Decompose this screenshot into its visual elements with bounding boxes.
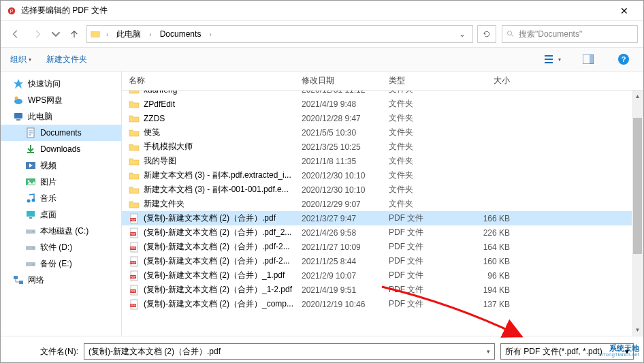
- sidebar-item[interactable]: 视频: [1, 157, 121, 174]
- breadcrumb-pc[interactable]: 此电脑: [114, 27, 144, 42]
- pdf-icon: PDF: [129, 285, 140, 296]
- file-row[interactable]: 我的导图2021/1/8 11:35文件夹: [122, 154, 643, 168]
- sidebar-item[interactable]: 网络: [1, 272, 121, 288]
- file-row[interactable]: 新建文本文档 (3) - 副本.pdf.extracted_i...2020/1…: [122, 168, 643, 183]
- svg-rect-6: [545, 62, 553, 63]
- file-name: (复制)-新建文本文档 (2)（合并）.pdf-2...: [144, 241, 302, 253]
- breadcrumb[interactable]: › 此电脑 › Documents › ⌄: [86, 25, 473, 43]
- help-button[interactable]: ?: [613, 51, 634, 67]
- scrollbar[interactable]: ▲ ▼: [632, 91, 643, 336]
- svg-point-22: [33, 231, 34, 232]
- file-row[interactable]: 新建文件夹2020/12/29 9:07文件夹: [122, 197, 643, 211]
- sidebar-item[interactable]: 音乐: [1, 190, 121, 206]
- organize-menu[interactable]: 组织▾: [10, 54, 31, 65]
- breadcrumb-documents[interactable]: Documents: [157, 28, 204, 40]
- sidebar-item[interactable]: Documents: [1, 125, 121, 141]
- sidebar-item[interactable]: Downloads: [1, 141, 121, 157]
- file-size: 166 KB: [462, 214, 524, 223]
- sidebar-item-label: 视频: [40, 160, 57, 172]
- chevron-down-icon[interactable]: ▾: [487, 348, 490, 355]
- chevron-right-icon[interactable]: ›: [146, 31, 154, 38]
- folder-icon: [129, 113, 140, 124]
- col-name[interactable]: 名称: [129, 75, 302, 86]
- chevron-right-icon[interactable]: ›: [206, 31, 214, 38]
- column-headers: 名称 修改日期 类型 大小: [122, 72, 643, 91]
- file-row[interactable]: PDF(复制)-新建文本文档 (2)（合并）.pdf_2...2021/4/26…: [122, 225, 643, 240]
- svg-text:PDF: PDF: [131, 247, 137, 250]
- file-row[interactable]: xuanfeng2020/12/31 11:12文件夹: [122, 91, 643, 97]
- sidebar-item[interactable]: WPS网盘: [1, 92, 121, 108]
- back-button[interactable]: [6, 25, 25, 44]
- file-name: xuanfeng: [144, 91, 302, 95]
- file-row[interactable]: PDF(复制)-新建文本文档 (2)（合并）.pdf2021/3/27 9:47…: [122, 211, 643, 225]
- drive-icon: [25, 258, 36, 269]
- preview-pane-button[interactable]: [578, 51, 598, 67]
- file-row[interactable]: PDF(复制)-新建文本文档 (2)（合并）_comp...2020/12/19…: [122, 297, 643, 311]
- forward-button[interactable]: [28, 25, 47, 44]
- filetype-filter[interactable]: 所有 PDF 文件(*.pdf, *.pdt) ▾: [500, 343, 634, 360]
- sidebar-item[interactable]: 本地磁盘 (C:): [1, 223, 121, 239]
- sidebar-item-label: 网络: [28, 274, 44, 286]
- chevron-right-icon[interactable]: ›: [103, 31, 111, 38]
- pc-icon: [13, 111, 24, 122]
- sidebar-item[interactable]: 桌面: [1, 206, 121, 223]
- toolbar: 组织▾ 新建文件夹 ▾ ?: [1, 47, 643, 72]
- file-name: 便笺: [144, 127, 302, 138]
- pdf-icon: PDF: [129, 270, 140, 281]
- file-row[interactable]: 便笺2021/5/5 10:30文件夹: [122, 125, 643, 140]
- file-row[interactable]: PDF(复制)-新建文本文档 (2)（合并）_1.pdf2021/2/9 10:…: [122, 268, 643, 283]
- file-name: (复制)-新建文本文档 (2)（合并）.pdf_2...: [144, 227, 302, 238]
- file-date: 2020/12/30 10:10: [302, 171, 389, 180]
- up-button[interactable]: [65, 25, 84, 44]
- file-row[interactable]: 手机模拟大师2021/3/25 10:25文件夹: [122, 140, 643, 154]
- scroll-down-icon[interactable]: ▼: [632, 324, 643, 336]
- file-row[interactable]: ZZDS2020/12/28 9:47文件夹: [122, 111, 643, 125]
- filename-input[interactable]: (复制)-新建文本文档 (2)（合并）.pdf ▾: [84, 343, 495, 360]
- col-type[interactable]: 类型: [389, 75, 462, 86]
- svg-point-24: [33, 247, 34, 249]
- sidebar: 快速访问WPS网盘此电脑DocumentsDownloads视频图片音乐桌面本地…: [1, 72, 122, 336]
- col-date[interactable]: 修改日期: [302, 75, 389, 86]
- file-size: 164 KB: [462, 242, 524, 252]
- file-date: 2020/12/30 10:10: [302, 185, 389, 195]
- close-button[interactable]: ✕: [611, 1, 638, 21]
- sidebar-item[interactable]: 备份 (E:): [1, 255, 121, 272]
- file-row[interactable]: 新建文本文档 (3) - 副本-001-001.pdf.e...2020/12/…: [122, 183, 643, 197]
- file-row[interactable]: PDF(复制)-新建文本文档 (2)（合并）_1-2.pdf2021/4/19 …: [122, 283, 643, 297]
- file-type: PDF 文件: [389, 212, 462, 224]
- svg-rect-13: [27, 152, 34, 153]
- chevron-down-icon[interactable]: ▾: [625, 347, 629, 356]
- window-title: 选择要编辑的 PDF 文件: [21, 5, 611, 16]
- file-row[interactable]: PDF(复制)-新建文本文档 (2)（合并）.pdf-2...2021/1/27…: [122, 240, 643, 254]
- col-size[interactable]: 大小: [462, 75, 524, 86]
- svg-rect-2: [91, 32, 99, 37]
- search-input[interactable]: 搜索"Documents": [502, 25, 638, 43]
- recent-dropdown[interactable]: [50, 25, 62, 44]
- file-row[interactable]: ZPdfEdit2021/4/19 9:48文件夹: [122, 97, 643, 111]
- file-date: 2021/4/19 9:48: [302, 99, 389, 109]
- file-type: 文件夹: [389, 155, 462, 167]
- scroll-up-icon[interactable]: ▲: [632, 91, 643, 102]
- file-date: 2020/12/19 10:46: [302, 300, 389, 309]
- address-dropdown[interactable]: ⌄: [455, 29, 470, 39]
- svg-rect-11: [16, 119, 20, 121]
- filename-value: (复制)-新建文本文档 (2)（合并）.pdf: [88, 346, 487, 358]
- sidebar-item[interactable]: 快速访问: [1, 76, 121, 92]
- sidebar-item-label: 本地磁盘 (C:): [40, 225, 88, 237]
- sidebar-item[interactable]: 图片: [1, 174, 121, 190]
- file-date: 2021/4/19 9:51: [302, 285, 389, 295]
- view-menu[interactable]: ▾: [543, 51, 563, 67]
- sidebar-item[interactable]: 此电脑: [1, 108, 121, 125]
- file-name: (复制)-新建文本文档 (2)（合并）.pdf: [144, 212, 302, 224]
- file-row[interactable]: PDF(复制)-新建文本文档 (2)（合并）.pdf-2...2021/1/25…: [122, 254, 643, 268]
- sidebar-item[interactable]: 软件 (D:): [1, 239, 121, 255]
- refresh-button[interactable]: [477, 25, 496, 43]
- footer: 文件名(N): (复制)-新建文本文档 (2)（合并）.pdf ▾ 所有 PDF…: [1, 336, 643, 363]
- file-type: 文件夹: [389, 112, 462, 124]
- file-type: PDF 文件: [389, 255, 462, 267]
- file-type: PDF 文件: [389, 241, 462, 253]
- new-folder-button[interactable]: 新建文件夹: [46, 54, 87, 65]
- net-icon: [13, 274, 24, 285]
- file-type: 文件夹: [389, 198, 462, 210]
- scroll-thumb[interactable]: [633, 118, 642, 254]
